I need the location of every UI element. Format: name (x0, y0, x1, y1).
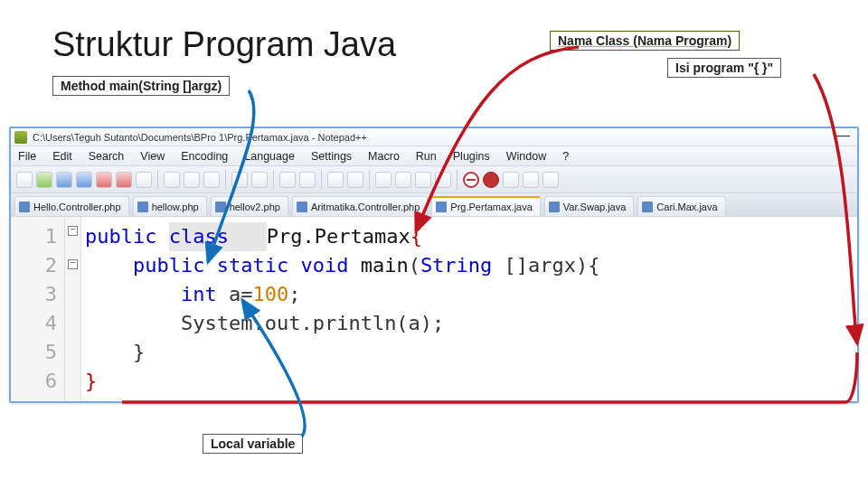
menu-plugins[interactable]: Plugins (453, 150, 490, 163)
menu-encoding[interactable]: Encoding (181, 150, 228, 163)
print-icon[interactable] (136, 172, 152, 188)
close-icon[interactable] (96, 172, 112, 188)
separator (369, 170, 370, 190)
separator (157, 170, 158, 190)
line-number: 6 (11, 367, 57, 396)
line-number: 3 (11, 280, 57, 309)
cut-icon[interactable] (164, 172, 180, 188)
annotation-isi: Isi program "{ }" (667, 58, 781, 78)
indent-icon[interactable] (415, 172, 431, 188)
titlebar: C:\Users\Teguh Sutanto\Documents\BPro 1\… (11, 128, 857, 146)
line-number: 2 (11, 251, 57, 280)
window-title: C:\Users\Teguh Sutanto\Documents\BPro 1\… (33, 132, 367, 143)
file-icon (215, 202, 226, 212)
arg-argx: []argx (505, 254, 576, 277)
annotation-local: Local variable (203, 434, 303, 454)
menu-search[interactable]: Search (89, 150, 125, 163)
separator (321, 170, 322, 190)
record-icon[interactable] (483, 172, 499, 188)
var-a: a= (229, 283, 253, 305)
zoom-out-icon[interactable] (347, 172, 363, 188)
close-all-icon[interactable] (116, 172, 132, 188)
tab-var-swap[interactable]: Var.Swap.java (544, 196, 635, 216)
copy-icon[interactable] (184, 172, 200, 188)
open-brace: { (410, 225, 422, 248)
slide-title: Struktur Program Java (52, 25, 396, 64)
tab-label: hellow.php (152, 202, 199, 212)
kw-psv: public static void (85, 254, 361, 277)
tab-label: Hello.Controller.php (33, 202, 121, 212)
all-chars-icon[interactable] (395, 172, 411, 188)
literal-100: 100 (252, 283, 288, 305)
open-file-icon[interactable] (36, 172, 52, 188)
separator (225, 170, 226, 190)
file-icon (642, 202, 653, 212)
menu-edit[interactable]: Edit (52, 150, 72, 163)
fold-gutter (65, 217, 81, 401)
redo-icon[interactable] (251, 172, 268, 188)
menu-macro[interactable]: Macro (368, 150, 400, 163)
stop-record-icon[interactable] (463, 172, 479, 188)
close-brace-outer: } (85, 370, 97, 392)
replace-icon[interactable] (299, 172, 316, 188)
tab-label: Var.Swap.java (563, 202, 627, 212)
close-brace-inner: } (85, 341, 145, 363)
paste-icon[interactable] (203, 172, 220, 188)
toolbar (11, 166, 857, 193)
tab-hellov2[interactable]: hellov2.php (211, 196, 288, 216)
save-icon[interactable] (56, 172, 72, 188)
fold-icon[interactable] (435, 172, 451, 188)
menu-file[interactable]: File (18, 150, 36, 163)
menu-view[interactable]: View (140, 150, 165, 163)
file-icon (549, 202, 560, 212)
annotation-method: Method main(String []argz) (52, 76, 230, 96)
separator (457, 170, 458, 190)
tab-label: hellov2.php (230, 202, 280, 212)
app-icon (14, 131, 27, 144)
editor-window: C:\Users\Teguh Sutanto\Documents\BPro 1\… (9, 127, 859, 403)
tab-label: Cari.Max.java (656, 202, 717, 212)
save-macro-icon[interactable] (542, 172, 559, 188)
file-icon (137, 202, 148, 212)
tab-prg-pertamax[interactable]: Prg.Pertamax.java (431, 196, 540, 216)
kw-public: public (85, 225, 169, 248)
menu-run[interactable]: Run (416, 150, 437, 163)
undo-icon[interactable] (231, 172, 248, 188)
tab-cari-max[interactable]: Cari.Max.java (637, 196, 725, 216)
menu-help[interactable]: ? (562, 150, 569, 163)
method-main: main (361, 254, 409, 277)
line-number: 4 (11, 309, 57, 338)
find-icon[interactable] (279, 172, 296, 188)
tab-aritmatika[interactable]: Aritmatika.Controller.php (292, 196, 428, 216)
save-all-icon[interactable] (76, 172, 92, 188)
open-brace: { (588, 254, 599, 277)
code-text[interactable]: public class Prg.Pertamax{ public static… (81, 217, 857, 401)
menu-window[interactable]: Window (506, 150, 546, 163)
type-int: int (181, 283, 229, 305)
tab-hello-controller[interactable]: Hello.Controller.php (14, 196, 129, 216)
wrap-icon[interactable] (375, 172, 392, 188)
fold-icon[interactable] (68, 259, 78, 269)
file-icon (19, 202, 30, 212)
tab-bar: Hello.Controller.php hellow.php hellov2.… (11, 193, 857, 217)
kw-class: class (169, 222, 267, 251)
semicolon: ; (288, 283, 300, 305)
file-icon (297, 202, 307, 212)
play-multi-icon[interactable] (523, 172, 539, 188)
menu-settings[interactable]: Settings (311, 150, 352, 163)
annotation-class: Nama Class (Nama Program) (550, 31, 740, 51)
indent (85, 283, 181, 305)
tab-hellow[interactable]: hellow.php (133, 196, 207, 216)
separator (273, 170, 274, 190)
file-icon (436, 202, 447, 212)
new-file-icon[interactable] (16, 172, 33, 188)
fold-icon[interactable] (68, 226, 78, 236)
playback-icon[interactable] (503, 172, 519, 188)
paren-open: ( (409, 254, 420, 277)
tab-label: Prg.Pertamax.java (450, 202, 532, 212)
menu-language[interactable]: Language (244, 150, 295, 163)
println-line: System.out.println(a); (85, 312, 444, 334)
tab-label: Aritmatika.Controller.php (311, 202, 420, 212)
minimize-icon[interactable]: — (835, 127, 850, 144)
zoom-in-icon[interactable] (327, 172, 344, 188)
